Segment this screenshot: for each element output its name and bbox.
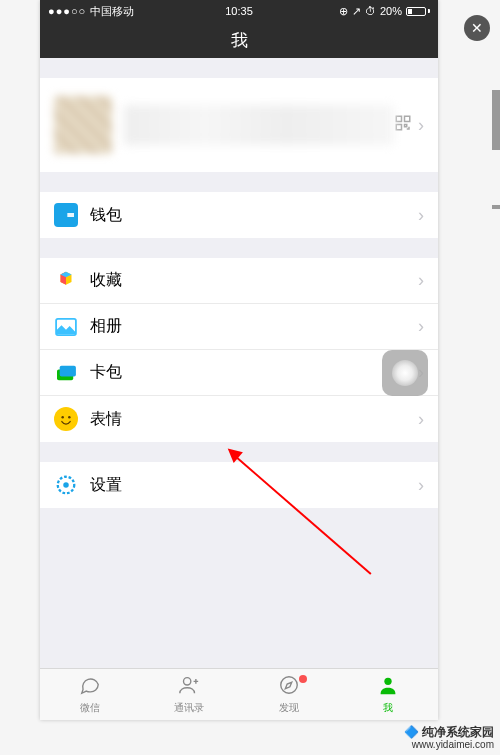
profile-row[interactable]: ›: [40, 78, 438, 172]
chevron-right-icon: ›: [418, 115, 424, 136]
emoji-icon: [54, 407, 78, 431]
svg-rect-1: [405, 116, 410, 121]
nav-bar: 我: [40, 22, 438, 58]
chevron-right-icon: ›: [418, 475, 424, 496]
chevron-right-icon: ›: [418, 316, 424, 337]
qr-code-icon: [394, 114, 412, 136]
row-favorites[interactable]: 收藏 ›: [40, 258, 438, 304]
tab-label: 通讯录: [174, 701, 204, 715]
chevron-right-icon: ›: [418, 409, 424, 430]
row-stickers[interactable]: 表情 ›: [40, 396, 438, 442]
contacts-icon: [177, 674, 201, 699]
profile-name-blurred: [124, 105, 394, 145]
discover-icon: [277, 674, 301, 699]
phone-screenshot: ●●●○○ 中国移动 10:35 ⊕ ↗ ⏱ 20% 我 ›: [40, 0, 438, 720]
alarm-icon: ⏱: [365, 5, 376, 17]
watermark: 🔷 纯净系统家园 www.yidaimei.com: [404, 725, 494, 751]
clock: 10:35: [225, 5, 253, 17]
status-bar: ●●●○○ 中国移动 10:35 ⊕ ↗ ⏱ 20%: [40, 0, 438, 22]
row-label: 表情: [90, 409, 418, 430]
scroll-indicator: [492, 90, 500, 150]
cards-icon: [54, 361, 78, 385]
me-icon: [376, 674, 400, 699]
svg-point-9: [57, 410, 75, 428]
tab-contacts[interactable]: 通讯录: [140, 669, 240, 720]
chat-icon: [78, 674, 102, 699]
svg-rect-8: [60, 365, 76, 376]
row-label: 卡包: [90, 362, 418, 383]
close-button[interactable]: ✕: [464, 15, 490, 41]
svg-point-10: [61, 416, 64, 419]
assistive-touch[interactable]: [382, 350, 428, 396]
row-album[interactable]: 相册 ›: [40, 304, 438, 350]
svg-rect-2: [396, 125, 401, 130]
location-icon: ↗: [352, 5, 361, 18]
notification-badge: [299, 675, 307, 683]
favorites-icon: [54, 269, 78, 293]
wallet-icon: [54, 203, 78, 227]
battery-percent: 20%: [380, 5, 402, 17]
tab-bar: 微信 通讯录 发现 我: [40, 668, 438, 720]
row-cards[interactable]: 卡包 ›: [40, 350, 438, 396]
carrier-label: 中国移动: [90, 4, 134, 19]
orientation-lock-icon: ⊕: [339, 5, 348, 18]
tab-chat[interactable]: 微信: [40, 669, 140, 720]
tab-label: 微信: [80, 701, 100, 715]
tab-discover[interactable]: 发现: [239, 669, 339, 720]
row-wallet[interactable]: 钱包 ›: [40, 192, 438, 238]
chevron-right-icon: ›: [418, 270, 424, 291]
content-area: › 钱包 › 收藏 ›: [40, 78, 438, 508]
page-title: 我: [231, 29, 248, 52]
album-icon: [54, 315, 78, 339]
watermark-url: www.yidaimei.com: [404, 739, 494, 751]
row-label: 收藏: [90, 270, 418, 291]
svg-point-14: [184, 678, 191, 685]
tab-label: 发现: [279, 701, 299, 715]
avatar: [54, 96, 112, 154]
tab-label: 我: [383, 701, 393, 715]
scroll-indicator: [492, 205, 500, 209]
row-settings[interactable]: 设置 ›: [40, 462, 438, 508]
assistive-touch-icon: [392, 360, 418, 386]
settings-icon: [54, 473, 78, 497]
svg-point-13: [63, 482, 69, 488]
signal-strength-icon: ●●●○○: [48, 5, 86, 17]
row-label: 设置: [90, 475, 418, 496]
svg-rect-5: [67, 213, 74, 217]
battery-icon: [406, 7, 430, 16]
tab-me[interactable]: 我: [339, 669, 439, 720]
svg-point-15: [281, 677, 298, 694]
svg-rect-0: [396, 116, 401, 121]
watermark-brand: 🔷 纯净系统家园: [404, 725, 494, 739]
row-label: 相册: [90, 316, 418, 337]
chevron-right-icon: ›: [418, 205, 424, 226]
row-label: 钱包: [90, 205, 418, 226]
svg-point-16: [385, 678, 392, 685]
svg-point-11: [68, 416, 71, 419]
